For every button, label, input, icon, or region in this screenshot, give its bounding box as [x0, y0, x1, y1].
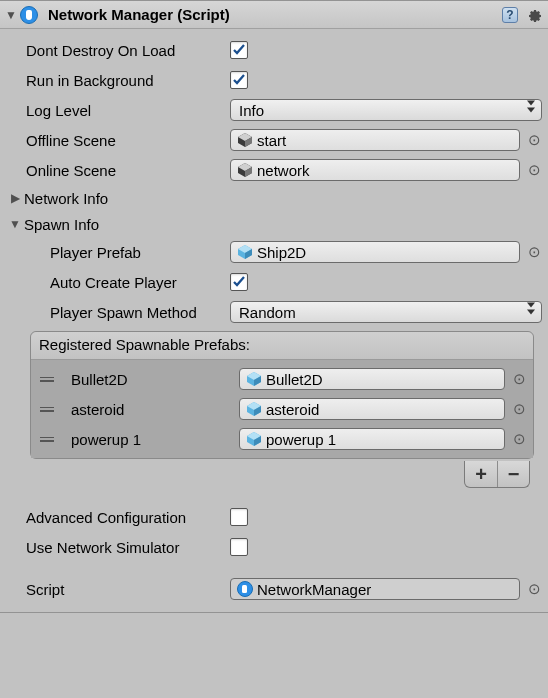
- value-player-prefab: Ship2D: [257, 244, 306, 261]
- row-offline-scene: Offline Scene start: [6, 125, 542, 155]
- script-icon: [237, 581, 253, 597]
- row-run-bg: Run in Background: [6, 65, 542, 95]
- add-button[interactable]: +: [465, 461, 497, 487]
- foldout-network-info[interactable]: [8, 191, 22, 205]
- row-dont-destroy: Dont Destroy On Load: [6, 35, 542, 65]
- row-player-prefab: Player Prefab Ship2D: [6, 237, 542, 267]
- checkbox-auto-create[interactable]: [230, 273, 248, 291]
- row-advanced-config: Advanced Configuration: [6, 502, 542, 532]
- section-network-info[interactable]: Network Info: [6, 185, 542, 211]
- checkbox-simulator[interactable]: [230, 538, 248, 556]
- spawn-item-name: asteroid: [63, 401, 233, 418]
- row-simulator: Use Network Simulator: [6, 532, 542, 562]
- spawn-item-field[interactable]: asteroid: [239, 398, 505, 420]
- remove-button[interactable]: −: [497, 461, 529, 487]
- prefab-icon: [237, 244, 253, 260]
- value-online-scene: network: [257, 162, 310, 179]
- spawn-item-field[interactable]: Bullet2D: [239, 368, 505, 390]
- prefab-icon: [246, 371, 262, 387]
- checkbox-run-bg[interactable]: [230, 71, 248, 89]
- foldout-toggle[interactable]: [4, 8, 18, 22]
- spawn-item-value: Bullet2D: [266, 371, 323, 388]
- spawn-row: Bullet2D Bullet2D: [37, 364, 527, 394]
- gear-icon[interactable]: [524, 5, 544, 25]
- component-title: Network Manager (Script): [48, 6, 496, 23]
- spawn-item-name: Bullet2D: [63, 371, 233, 388]
- field-player-prefab[interactable]: Ship2D: [230, 241, 520, 263]
- checkbox-advanced-config[interactable]: [230, 508, 248, 526]
- spawn-row: powerup 1 powerup 1: [37, 424, 527, 454]
- spawn-item-value: asteroid: [266, 401, 319, 418]
- scene-icon: [237, 132, 253, 148]
- prefab-icon: [246, 401, 262, 417]
- spawnable-prefabs-list: Registered Spawnable Prefabs: Bullet2D B…: [30, 331, 534, 459]
- checkbox-dont-destroy[interactable]: [230, 41, 248, 59]
- picker-script[interactable]: [526, 581, 542, 597]
- label-spawn-method: Player Spawn Method: [6, 304, 230, 321]
- row-script: Script NetworkManager: [6, 574, 542, 604]
- row-spawn-method: Player Spawn Method Random: [6, 297, 542, 327]
- field-online-scene[interactable]: network: [230, 159, 520, 181]
- help-icon[interactable]: ?: [500, 5, 520, 25]
- drag-handle-icon[interactable]: [37, 437, 57, 442]
- field-script[interactable]: NetworkManager: [230, 578, 520, 600]
- row-online-scene: Online Scene network: [6, 155, 542, 185]
- label-auto-create: Auto Create Player: [6, 274, 230, 291]
- value-offline-scene: start: [257, 132, 286, 149]
- field-offline-scene[interactable]: start: [230, 129, 520, 151]
- prefab-icon: [246, 431, 262, 447]
- drag-handle-icon[interactable]: [37, 377, 57, 382]
- label-spawn-info: Spawn Info: [24, 216, 99, 233]
- spawn-item-name: powerup 1: [63, 431, 233, 448]
- row-auto-create: Auto Create Player: [6, 267, 542, 297]
- list-buttons: + −: [464, 461, 530, 488]
- row-log-level: Log Level Info: [6, 95, 542, 125]
- dropdown-spawn-method-value: Random: [239, 304, 296, 321]
- scene-icon: [237, 162, 253, 178]
- spawn-item-value: powerup 1: [266, 431, 336, 448]
- spawn-list-body: Bullet2D Bullet2D asteroid asteroid powe…: [31, 360, 533, 458]
- dropdown-spawn-method[interactable]: Random: [230, 301, 542, 323]
- foldout-spawn-info[interactable]: [8, 217, 22, 231]
- label-player-prefab: Player Prefab: [6, 244, 230, 261]
- spawn-row: asteroid asteroid: [37, 394, 527, 424]
- dropdown-log-level[interactable]: Info: [230, 99, 542, 121]
- network-manager-component: Network Manager (Script) ? Dont Destroy …: [0, 0, 548, 613]
- label-log-level: Log Level: [6, 102, 230, 119]
- picker-online-scene[interactable]: [526, 162, 542, 178]
- section-spawn-info[interactable]: Spawn Info: [6, 211, 542, 237]
- label-dont-destroy: Dont Destroy On Load: [6, 42, 230, 59]
- picker-spawn-item[interactable]: [511, 431, 527, 447]
- dropdown-log-level-value: Info: [239, 102, 264, 119]
- label-simulator: Use Network Simulator: [6, 539, 230, 556]
- label-run-bg: Run in Background: [6, 72, 230, 89]
- label-online-scene: Online Scene: [6, 162, 230, 179]
- component-icon: [20, 6, 38, 24]
- spawn-item-field[interactable]: powerup 1: [239, 428, 505, 450]
- picker-spawn-item[interactable]: [511, 371, 527, 387]
- picker-player-prefab[interactable]: [526, 244, 542, 260]
- label-network-info: Network Info: [24, 190, 108, 207]
- component-header[interactable]: Network Manager (Script) ?: [0, 1, 548, 29]
- value-script: NetworkManager: [257, 581, 371, 598]
- spawn-list-title: Registered Spawnable Prefabs:: [31, 332, 533, 360]
- picker-offline-scene[interactable]: [526, 132, 542, 148]
- label-offline-scene: Offline Scene: [6, 132, 230, 149]
- component-body: Dont Destroy On Load Run in Background L…: [0, 29, 548, 612]
- label-script: Script: [6, 581, 230, 598]
- picker-spawn-item[interactable]: [511, 401, 527, 417]
- drag-handle-icon[interactable]: [37, 407, 57, 412]
- label-advanced-config: Advanced Configuration: [6, 509, 230, 526]
